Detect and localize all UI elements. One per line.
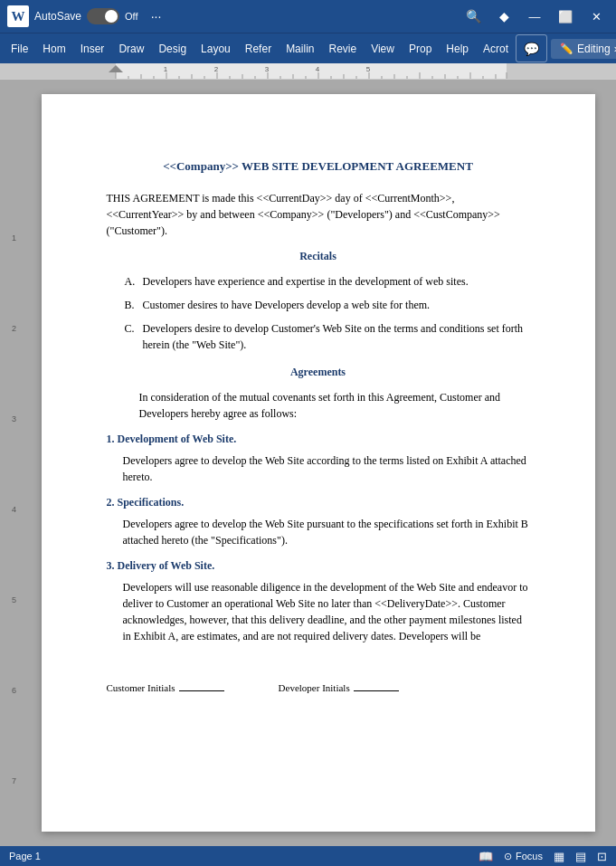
- developer-initials: Developer Initials: [279, 680, 399, 696]
- recitals-heading: Recitals: [107, 248, 530, 264]
- autosave-label: AutoSave: [34, 10, 81, 23]
- margin-num-1: 1: [12, 233, 16, 243]
- svg-rect-1: [507, 63, 616, 80]
- section-2-title: 2. Specifications.: [107, 494, 530, 510]
- list-text-a: Developers have experience and expertise…: [143, 273, 530, 290]
- svg-rect-2: [116, 63, 507, 80]
- margin-num-2: 2: [12, 324, 16, 333]
- menu-mailings[interactable]: Mailin: [279, 39, 321, 59]
- section-1-heading: Development of Web Site.: [118, 433, 237, 445]
- agreements-intro: In consideration of the mutual covenants…: [139, 389, 530, 422]
- minimize-button[interactable]: —: [522, 4, 547, 29]
- svg-text:5: 5: [366, 65, 371, 73]
- read-mode-button[interactable]: 📖: [479, 850, 493, 863]
- document-scroll-area[interactable]: <<Company>> WEB SITE DEVELOPMENT AGREEME…: [20, 80, 616, 846]
- customer-initials: Customer Initials: [107, 680, 224, 696]
- list-item: B. Customer desires to have Developers d…: [107, 297, 530, 313]
- svg-rect-0: [0, 63, 116, 80]
- margin-num-5: 5: [12, 595, 16, 604]
- status-bar: Page 1 📖 ⊙ Focus ▦ ▤ ⊡: [0, 846, 616, 866]
- initials-line: Customer Initials Developer Initials: [107, 680, 530, 696]
- menu-properties[interactable]: Prop: [402, 39, 439, 59]
- search-button[interactable]: 🔍: [460, 4, 486, 29]
- menu-review[interactable]: Revie: [321, 39, 364, 59]
- minimize-icon: —: [529, 10, 541, 24]
- word-logo: W: [7, 5, 29, 27]
- focus-icon: ⊙: [504, 851, 512, 862]
- layout-icon: ▦: [554, 850, 564, 863]
- document-body: THIS AGREEMENT is made this <<CurrentDay…: [107, 190, 530, 696]
- agreements-heading: Agreements: [107, 364, 530, 380]
- menu-home[interactable]: Hom: [35, 39, 72, 59]
- main-area: 1 2 3 4 5 6 7 8 <<Company>> WEB SITE DEV…: [0, 80, 616, 846]
- editing-label: Editing: [577, 43, 611, 55]
- close-button[interactable]: ✕: [583, 4, 609, 29]
- menu-design[interactable]: Desig: [151, 39, 194, 59]
- margin-num-6: 6: [12, 686, 16, 695]
- menu-references[interactable]: Refer: [238, 39, 279, 59]
- comment-button[interactable]: 💬: [516, 34, 547, 62]
- list-text-c: Developers desire to develop Customer's …: [143, 320, 530, 353]
- svg-text:4: 4: [316, 65, 320, 73]
- developer-initials-blank: [354, 690, 399, 691]
- web-icon: ⊡: [597, 850, 607, 863]
- left-margin: 1 2 3 4 5 6 7 8: [0, 80, 20, 846]
- search-icon: 🔍: [466, 9, 481, 24]
- customer-initials-blank: [179, 690, 224, 691]
- more-options-button[interactable]: ···: [144, 4, 169, 29]
- focus-button[interactable]: ⊙ Focus: [504, 851, 543, 862]
- focus-label: Focus: [516, 851, 543, 861]
- menu-insert[interactable]: Inser: [73, 39, 112, 59]
- margin-num-4: 4: [12, 505, 16, 514]
- svg-text:3: 3: [265, 65, 270, 73]
- ruler-svg: 1 2 3 4 5: [0, 63, 616, 80]
- section-2-body: Developers agree to develop the Web Site…: [123, 516, 530, 548]
- print-icon: ▤: [575, 850, 586, 863]
- menu-file[interactable]: File: [4, 39, 35, 59]
- close-icon: ✕: [592, 10, 602, 24]
- customer-initials-label: Customer Initials: [107, 680, 175, 696]
- section-1-number: 1.: [107, 433, 115, 445]
- toggle-knob: [105, 10, 118, 23]
- agreement-paragraph: THIS AGREEMENT is made this <<CurrentDay…: [107, 190, 530, 239]
- document-title: <<Company>> WEB SITE DEVELOPMENT AGREEME…: [107, 159, 530, 174]
- list-text-b: Customer desires to have Developers deve…: [143, 297, 530, 313]
- margin-num-3: 3: [12, 414, 16, 423]
- autosave-toggle[interactable]: [87, 8, 119, 24]
- margin-num-7: 7: [12, 776, 16, 785]
- menu-draw[interactable]: Draw: [111, 39, 151, 59]
- list-letter-a: A.: [125, 273, 143, 290]
- document-page: <<Company>> WEB SITE DEVELOPMENT AGREEME…: [42, 94, 595, 832]
- section-3-number: 3.: [107, 559, 115, 572]
- comment-icon: 💬: [524, 42, 539, 56]
- section-3-title: 3. Delivery of Web Site.: [107, 557, 530, 574]
- list-letter-b: B.: [125, 297, 143, 313]
- page-info[interactable]: Page 1: [9, 851, 41, 861]
- menu-view[interactable]: View: [364, 39, 402, 59]
- layout-button[interactable]: ▦: [554, 850, 564, 863]
- menu-acrobat[interactable]: Acrot: [476, 39, 516, 59]
- autosave-state: Off: [125, 11, 137, 22]
- menu-help[interactable]: Help: [439, 39, 476, 59]
- section-2-number: 2.: [107, 496, 115, 509]
- page-label: Page 1: [9, 851, 41, 861]
- print-layout-button[interactable]: ▤: [575, 850, 586, 863]
- svg-text:1: 1: [164, 65, 168, 73]
- developer-initials-label: Developer Initials: [279, 680, 350, 696]
- list-item: A. Developers have experience and expert…: [107, 273, 530, 290]
- read-mode-icon: 📖: [479, 850, 493, 863]
- diamond-button[interactable]: ◆: [491, 4, 516, 29]
- web-layout-button[interactable]: ⊡: [597, 850, 607, 863]
- section-3-heading: Delivery of Web Site.: [118, 559, 215, 572]
- section-1-title: 1. Development of Web Site.: [107, 431, 530, 447]
- restore-icon: ⬜: [558, 10, 573, 24]
- section-1-body: Developers agree to develop the Web Site…: [123, 452, 530, 485]
- editing-button[interactable]: ✏️ Editing ›: [551, 39, 616, 59]
- section-2-heading: Specifications.: [118, 496, 185, 509]
- title-bar: W AutoSave Off ··· 🔍 ◆ — ⬜ ✕: [0, 0, 616, 33]
- pencil-icon: ✏️: [560, 43, 573, 55]
- menu-bar: File Hom Inser Draw Desig Layou Refer Ma…: [0, 33, 616, 63]
- restore-button[interactable]: ⬜: [553, 4, 578, 29]
- menu-layout[interactable]: Layou: [194, 39, 238, 59]
- list-letter-c: C.: [125, 320, 143, 353]
